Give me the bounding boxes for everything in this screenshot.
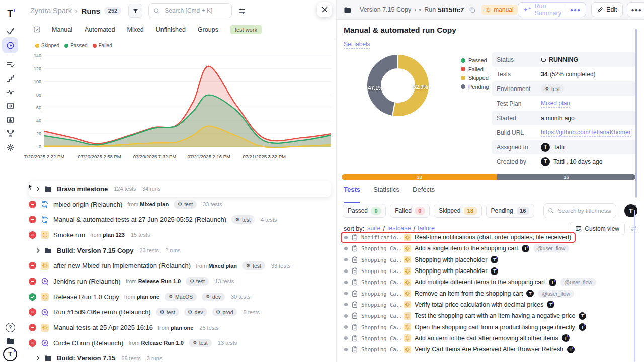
user-avatar[interactable]: T xyxy=(2,347,18,361)
group-title[interactable]: Build: Version 7.15 Copy xyxy=(57,247,133,254)
search-adjustments-icon[interactable] xyxy=(238,7,246,15)
test-title[interactable]: Add a single item to the shopping cart xyxy=(415,245,518,252)
run-row-title[interactable]: mixed origin (Relaunch) xyxy=(53,201,122,208)
test-row[interactable]: Shopping Ca... Verify total price calcul… xyxy=(341,299,637,310)
test-title[interactable]: Open the shopping cart from a product li… xyxy=(415,324,575,331)
run-row[interactable]: Jenkins run (Relaunch)from Release Run 1… xyxy=(20,274,336,289)
pull-requests-icon[interactable] xyxy=(2,99,18,113)
runs-tab-mixed[interactable]: Mixed xyxy=(127,26,143,33)
field-link[interactable]: Mixed plan xyxy=(541,100,570,108)
runs-icon[interactable] xyxy=(2,37,18,53)
projects-folder-icon[interactable] xyxy=(2,334,18,348)
settings-gear-icon[interactable] xyxy=(2,140,18,154)
run-row-title[interactable]: Run #15d9736e rerun (Relaunch) xyxy=(53,308,151,316)
expand-chevron-icon[interactable] xyxy=(36,186,40,192)
test-list-scrollbar[interactable] xyxy=(634,210,636,362)
select-runs-icon[interactable] xyxy=(33,26,41,33)
run-row-title[interactable]: Jenkins run (Relaunch) xyxy=(53,278,121,285)
test-row[interactable]: Shopping Ca... Verify Cart Items Are Pre… xyxy=(341,344,637,355)
test-row[interactable]: Notificatio... Real-time notifications (… xyxy=(341,232,637,243)
test-title[interactable]: Verify total price calculation with deci… xyxy=(415,301,543,308)
test-row[interactable]: Shopping Ca... Add multiple different it… xyxy=(341,277,637,288)
tag-test-work[interactable]: test work xyxy=(230,25,262,34)
run-summary-button[interactable]: ✦✦Run Summary●●● xyxy=(518,2,586,17)
suite-name[interactable]: Shopping Ca... xyxy=(361,245,404,251)
test-search-input[interactable] xyxy=(557,207,612,214)
test-row[interactable]: Shopping Ca... Shopping with placeholder… xyxy=(341,254,637,265)
runs-search-input[interactable] xyxy=(164,7,227,15)
test-row[interactable]: Shopping Ca... Shopping with placeholder… xyxy=(341,265,637,277)
suite-name[interactable]: Shopping Ca... xyxy=(361,279,404,285)
run-row-title[interactable]: Manual tests at 25 Apr 2025 16:16 xyxy=(53,324,153,331)
run-group-row[interactable]: Build: Version 7.15 Copy 33 tests 2 runs xyxy=(20,243,336,258)
user-avatar[interactable]: T xyxy=(624,204,637,217)
expand-chevron-icon[interactable] xyxy=(36,355,40,361)
run-row[interactable]: Run #15d9736e rerun (Relaunch)⚙test⚙dev⚙… xyxy=(20,305,336,320)
test-row[interactable]: Shopping Ca... Add a single item to the … xyxy=(341,243,637,254)
run-row-title[interactable]: after new Mixed run implementation (Rela… xyxy=(53,262,191,269)
test-title[interactable]: Test the shopping cart with an item havi… xyxy=(415,312,575,319)
detail-scrollbar[interactable] xyxy=(635,29,637,198)
test-row[interactable]: Shopping Ca... Add an item to the cart a… xyxy=(341,333,637,344)
edit-button[interactable]: Edit xyxy=(591,2,623,17)
field-link[interactable]: https://github.com/TetianaKhomen... xyxy=(541,129,631,137)
runs-tab-unfinished[interactable]: Unfinished xyxy=(156,26,186,33)
test-title[interactable]: Real-time notifications (chat, order upd… xyxy=(415,234,571,241)
summary-more-icon[interactable]: ●●● xyxy=(570,7,581,13)
filter-skipped[interactable]: Skipped18 xyxy=(434,204,482,218)
expand-chevron-icon[interactable] xyxy=(36,248,40,253)
suite-name[interactable]: Shopping Ca... xyxy=(361,324,404,330)
reports-chart-icon[interactable] xyxy=(2,113,18,127)
suite-name[interactable]: Shopping Ca... xyxy=(361,257,404,263)
test-title[interactable]: Add an item to the cart after removing a… xyxy=(415,335,558,342)
run-row-title[interactable]: Circle CI run (Relaunch) xyxy=(53,339,123,347)
suite-name[interactable]: Notificatio... xyxy=(361,234,404,240)
more-actions-button[interactable]: ●●● xyxy=(627,2,644,17)
suite-name[interactable]: Shopping Ca... xyxy=(361,268,404,274)
test-row[interactable]: Shopping Ca... Open the shopping cart fr… xyxy=(341,321,637,332)
run-row[interactable]: Manual & automated tests at 27 Jun 2025 … xyxy=(20,212,336,227)
filter-passed[interactable]: Passed0 xyxy=(343,204,386,218)
run-row[interactable]: after new Mixed run implementation (Rela… xyxy=(20,258,336,274)
suite-name[interactable]: Shopping Ca... xyxy=(361,335,404,341)
filter-failed[interactable]: Failed0 xyxy=(390,204,430,218)
suite-name[interactable]: Shopping Ca... xyxy=(361,302,404,308)
suite-name[interactable]: Shopping Ca... xyxy=(361,346,404,352)
run-breadcrumb-folder[interactable]: Version 7.15 Copy xyxy=(360,6,411,13)
test-title[interactable]: Shopping with placeholder xyxy=(415,256,487,263)
runs-tab-automated[interactable]: Automated xyxy=(85,26,115,33)
run-row[interactable]: Manual tests at 25 Apr 2025 16:16from pl… xyxy=(20,320,336,335)
run-row[interactable]: Circle CI run (Relaunch)from Release Run… xyxy=(20,335,336,351)
test-plans-icon[interactable] xyxy=(2,57,18,71)
filter-button[interactable] xyxy=(128,4,142,18)
test-title[interactable]: Remove an item from the shopping cart xyxy=(415,290,523,297)
detail-tab-tests[interactable]: Tests xyxy=(344,186,360,199)
branches-icon[interactable] xyxy=(2,126,18,140)
suite-name[interactable]: Shopping Ca... xyxy=(361,291,404,297)
tests-check-icon[interactable] xyxy=(2,24,18,38)
detail-tab-statistics[interactable]: Statistics xyxy=(373,186,399,199)
breadcrumb-section[interactable]: Runs xyxy=(81,7,100,15)
milestones-icon[interactable] xyxy=(2,71,18,85)
filter-pending[interactable]: Pending16 xyxy=(486,204,534,218)
runs-search[interactable] xyxy=(148,3,232,18)
run-row-title[interactable]: Smoke run xyxy=(53,231,85,239)
set-labels-link[interactable]: Set labels xyxy=(344,41,370,49)
test-title[interactable]: Verify Cart Items Are Preserved After Br… xyxy=(415,346,564,353)
run-row[interactable]: mixed origin (Relaunch)from Mixed plan⚙t… xyxy=(20,197,336,212)
run-group-row[interactable]: Build: Version 7.15 69 tests 3 runs xyxy=(20,351,336,362)
suite-name[interactable]: Shopping Ca... xyxy=(361,313,404,319)
analytics-pulse-icon[interactable] xyxy=(2,85,18,99)
run-row[interactable]: Release Run 1.0 Copyfrom plan one⚙MacOS⚙… xyxy=(20,289,336,305)
help-icon[interactable]: ? xyxy=(2,320,18,334)
test-title[interactable]: Add multiple different items to the shop… xyxy=(415,279,545,286)
run-group-row[interactable]: Bravo milestone 124 tests 34 runs xyxy=(20,181,336,197)
breadcrumb-project[interactable]: Zyntra Spark xyxy=(30,7,72,15)
runs-tab-manual[interactable]: Manual xyxy=(52,26,72,33)
copy-run-id-icon[interactable] xyxy=(469,7,475,13)
detail-tab-defects[interactable]: Defects xyxy=(413,186,435,199)
run-row[interactable]: Smoke runfrom plan 12315 tests xyxy=(20,227,336,243)
run-row-title[interactable]: Release Run 1.0 Copy xyxy=(53,293,119,301)
run-row-title[interactable]: Manual & automated tests at 27 Jun 2025 … xyxy=(53,216,226,223)
runs-tab-groups[interactable]: Groups xyxy=(198,26,218,33)
